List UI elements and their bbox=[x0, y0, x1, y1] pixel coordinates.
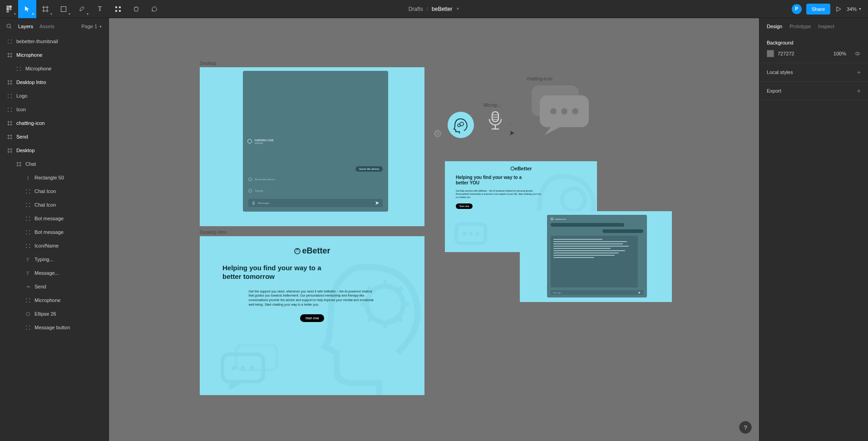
layer-item[interactable]: Logo bbox=[0, 89, 108, 103]
chevron-down-icon: ▼ bbox=[86, 13, 89, 15]
share-button[interactable]: Share bbox=[806, 4, 830, 15]
shape-tool-button[interactable]: ▼ bbox=[54, 0, 73, 18]
layer-item[interactable]: Desktop bbox=[0, 144, 108, 157]
right-panel-tabs: Design Prototype Inspect bbox=[760, 18, 868, 35]
frame-label-microp[interactable]: Microp... bbox=[483, 103, 501, 108]
svg-point-97 bbox=[436, 132, 439, 135]
svg-point-111 bbox=[562, 188, 585, 211]
layer-item[interactable]: Desktop Intro bbox=[0, 75, 108, 89]
help-button[interactable]: ? bbox=[739, 421, 752, 434]
tab-layers[interactable]: Layers bbox=[18, 24, 33, 29]
section-title-export: Export bbox=[767, 88, 781, 94]
canvas[interactable]: Desktop beBetter.chat beBetter Some life… bbox=[109, 18, 759, 441]
hand-tool-button[interactable] bbox=[127, 0, 145, 18]
color-swatch[interactable] bbox=[767, 50, 774, 57]
frame-label-desktop[interactable]: Desktop bbox=[200, 61, 217, 66]
svg-point-27 bbox=[20, 70, 21, 71]
floater-ellipsis[interactable]: ⋯ bbox=[508, 122, 516, 126]
layer-name: Bot message bbox=[35, 229, 64, 235]
small-input-placeholder: Message... bbox=[553, 292, 562, 294]
svg-point-58 bbox=[29, 189, 30, 190]
tool-group-left: ▼ ▼ ▼ ▼ ▼ T bbox=[0, 0, 163, 18]
frame-label-intro[interactable]: Desktop Intro bbox=[200, 230, 227, 235]
floater-logo[interactable] bbox=[448, 112, 474, 138]
bot-avatar-icon bbox=[248, 178, 252, 181]
page-dropdown[interactable]: Page 1 ▼ bbox=[81, 24, 102, 29]
head-gear-icon bbox=[452, 116, 469, 134]
artboard-desktop[interactable]: beBetter.chat beBetter Some life advice … bbox=[200, 67, 424, 226]
tab-assets[interactable]: Assets bbox=[39, 24, 54, 29]
layer-item[interactable]: Microphone bbox=[0, 293, 108, 307]
layer-item[interactable]: Ellipse 26 bbox=[0, 307, 108, 321]
svg-point-36 bbox=[8, 108, 9, 109]
layer-item[interactable]: Microphone bbox=[0, 48, 108, 62]
tab-inspect[interactable]: Inspect bbox=[818, 24, 834, 29]
layer-type-icon bbox=[25, 243, 31, 248]
search-icon[interactable] bbox=[6, 24, 12, 29]
left-panel: Layers Assets Page 1 ▼ bebetter-thumbnai… bbox=[0, 18, 109, 441]
layer-item[interactable]: Chat bbox=[0, 157, 108, 171]
svg-rect-9 bbox=[61, 6, 66, 11]
background-color-row[interactable]: 727272 100% bbox=[767, 50, 861, 57]
file-breadcrumb[interactable]: Drafts / beBetter ▼ bbox=[409, 6, 460, 12]
layer-name: Desktop bbox=[16, 148, 35, 153]
comment-icon bbox=[151, 5, 158, 13]
layer-item[interactable]: Send bbox=[0, 130, 108, 144]
main-area: Layers Assets Page 1 ▼ bebetter-thumbnai… bbox=[0, 18, 868, 441]
layer-item[interactable]: bebetter-thumbnail bbox=[0, 35, 108, 48]
layer-item[interactable]: Microphone bbox=[0, 62, 108, 75]
svg-point-82 bbox=[26, 326, 27, 327]
main-menu-button[interactable]: ▼ bbox=[0, 0, 18, 18]
svg-point-62 bbox=[29, 203, 30, 204]
add-style-button[interactable]: + bbox=[857, 69, 861, 76]
resources-tool-button[interactable] bbox=[109, 0, 127, 18]
layer-item[interactable]: Send bbox=[0, 280, 108, 293]
svg-point-78 bbox=[29, 298, 30, 299]
floater-chatting-icon[interactable] bbox=[524, 82, 597, 136]
layer-item[interactable]: Chat Icon bbox=[0, 184, 108, 198]
chat-title-block: beBetter.chat beBetter bbox=[255, 139, 273, 144]
layer-item[interactable]: Bot message bbox=[0, 225, 108, 239]
pen-tool-button[interactable]: ▼ bbox=[73, 0, 91, 18]
layer-type-icon bbox=[6, 107, 13, 112]
small-start-chat-button: Start chat bbox=[456, 203, 473, 209]
bg-hex-value[interactable]: 727272 bbox=[778, 51, 794, 56]
pen-icon bbox=[78, 5, 85, 13]
comment-tool-button[interactable] bbox=[145, 0, 163, 18]
tab-prototype[interactable]: Prototype bbox=[789, 24, 811, 29]
tab-design[interactable]: Design bbox=[767, 24, 782, 29]
bg-opacity-value[interactable]: 100% bbox=[833, 51, 846, 56]
user-avatar[interactable]: P bbox=[792, 4, 802, 14]
export-row[interactable]: Export + bbox=[767, 87, 861, 94]
layer-item[interactable]: Rectangle 50 bbox=[0, 171, 108, 184]
layer-item[interactable]: chatting-icon bbox=[0, 116, 108, 130]
left-panel-tabs: Layers Assets Page 1 ▼ bbox=[0, 18, 108, 35]
frame-tool-button[interactable]: ▼ bbox=[36, 0, 54, 18]
layer-item[interactable]: Icon bbox=[0, 103, 108, 116]
section-background: Background 727272 100% bbox=[760, 35, 868, 63]
floater-grey-circle[interactable] bbox=[434, 130, 441, 137]
layer-type-icon bbox=[6, 134, 13, 139]
zoom-dropdown[interactable]: 34% ▼ bbox=[847, 6, 862, 12]
artboard-desktop-intro[interactable]: eBetter Helping you find your way to a b… bbox=[200, 236, 424, 395]
local-styles-row[interactable]: Local styles + bbox=[767, 69, 861, 76]
floater-send[interactable] bbox=[508, 129, 516, 137]
layer-item[interactable]: Chat Icon bbox=[0, 198, 108, 212]
present-icon[interactable] bbox=[835, 5, 842, 13]
cursor-icon bbox=[24, 5, 31, 13]
move-tool-button[interactable]: ▼ bbox=[18, 0, 36, 18]
start-chat-button: Start chat bbox=[300, 314, 325, 322]
svg-point-59 bbox=[26, 193, 27, 193]
layer-item[interactable]: TMessage... bbox=[0, 266, 108, 280]
visibility-toggle-icon[interactable] bbox=[854, 51, 861, 56]
layer-item[interactable]: Bot message bbox=[0, 212, 108, 225]
layer-item[interactable]: TTyping... bbox=[0, 253, 108, 266]
layer-item[interactable]: Icon/Name bbox=[0, 239, 108, 253]
frame-label-chatting-icon[interactable]: chatting-icon bbox=[527, 76, 552, 81]
text-tool-button[interactable]: T bbox=[91, 0, 109, 18]
artboard-small-chat[interactable]: beBetter.chat Message... bbox=[520, 211, 672, 302]
floater-microphone[interactable] bbox=[483, 109, 507, 133]
layer-name: Ellipse 26 bbox=[35, 311, 56, 317]
layer-item[interactable]: Message button bbox=[0, 321, 108, 334]
add-export-button[interactable]: + bbox=[857, 87, 861, 94]
